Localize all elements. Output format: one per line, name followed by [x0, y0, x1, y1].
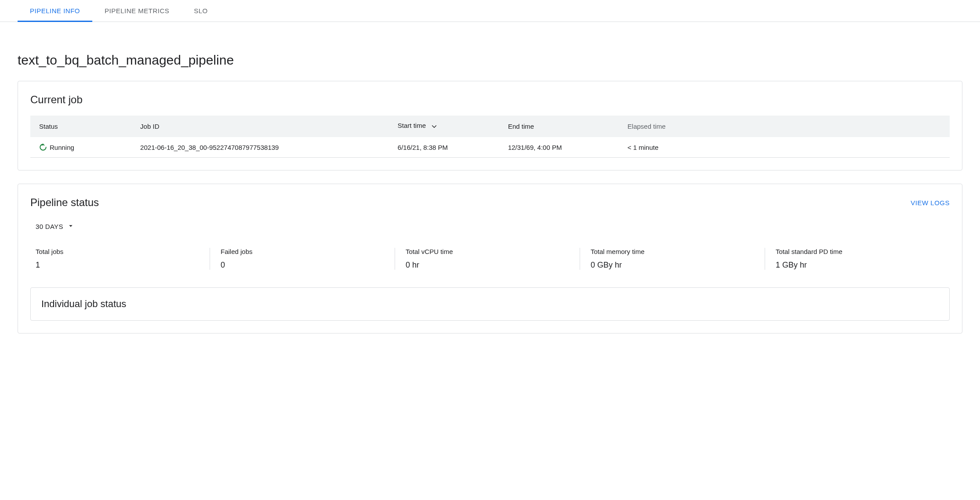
stat-value: 0 hr	[406, 261, 569, 270]
tab-slo[interactable]: SLO	[181, 0, 220, 22]
th-elapsed-time[interactable]: Elapsed time	[619, 116, 950, 137]
stat-label: Total standard PD time	[776, 248, 939, 255]
pipeline-status-title: Pipeline status	[30, 196, 99, 209]
th-start-time-label: Start time	[398, 122, 426, 129]
tabs-bar: PIPELINE INFO PIPELINE METRICS SLO	[0, 0, 980, 22]
stat-label: Total memory time	[591, 248, 754, 255]
stat-label: Failed jobs	[221, 248, 384, 255]
table-header-row: Status Job ID Start time End time Elapse…	[30, 116, 950, 137]
th-job-id[interactable]: Job ID	[131, 116, 389, 137]
individual-job-status-title: Individual job status	[41, 298, 939, 310]
running-icon	[39, 143, 47, 151]
pipeline-status-card: Pipeline status VIEW LOGS 30 DAYS Total …	[18, 184, 962, 333]
stat-total-vcpu: Total vCPU time 0 hr	[395, 248, 580, 270]
content-area: text_to_bq_batch_managed_pipeline Curren…	[0, 53, 980, 333]
stat-failed-jobs: Failed jobs 0	[210, 248, 395, 270]
current-job-title: Current job	[30, 94, 950, 106]
cell-start-time: 6/16/21, 8:38 PM	[389, 137, 499, 158]
tab-pipeline-info[interactable]: PIPELINE INFO	[18, 0, 92, 22]
stat-total-memory: Total memory time 0 GBy hr	[580, 248, 765, 270]
stat-total-jobs: Total jobs 1	[30, 248, 210, 270]
cell-elapsed-time: < 1 minute	[619, 137, 950, 158]
stat-value: 1	[36, 261, 199, 270]
th-status[interactable]: Status	[30, 116, 131, 137]
th-start-time[interactable]: Start time	[389, 116, 499, 137]
date-range-selector[interactable]: 30 DAYS	[30, 218, 80, 235]
tab-pipeline-metrics[interactable]: PIPELINE METRICS	[92, 0, 181, 22]
stat-total-pd: Total standard PD time 1 GBy hr	[765, 248, 950, 270]
sort-arrow-down-icon	[430, 122, 438, 131]
stat-value: 0	[221, 261, 384, 270]
current-job-table: Status Job ID Start time End time Elapse…	[30, 116, 950, 158]
individual-job-status-card: Individual job status	[30, 287, 950, 321]
stats-row: Total jobs 1 Failed jobs 0 Total vCPU ti…	[30, 248, 950, 270]
cell-job-id: 2021-06-16_20_38_00-9522747087977538139	[131, 137, 389, 158]
page-title: text_to_bq_batch_managed_pipeline	[18, 53, 962, 68]
cell-end-time: 12/31/69, 4:00 PM	[499, 137, 619, 158]
table-row[interactable]: Running 2021-06-16_20_38_00-952274708797…	[30, 137, 950, 158]
cell-status-text: Running	[50, 144, 74, 151]
stat-label: Total vCPU time	[406, 248, 569, 255]
view-logs-button[interactable]: VIEW LOGS	[911, 199, 950, 207]
stat-value: 1 GBy hr	[776, 261, 939, 270]
stat-label: Total jobs	[36, 248, 199, 255]
cell-status: Running	[30, 137, 131, 158]
chevron-down-icon	[67, 222, 75, 231]
date-range-label: 30 DAYS	[36, 223, 63, 230]
th-end-time[interactable]: End time	[499, 116, 619, 137]
current-job-card: Current job Status Job ID Start time End…	[18, 81, 962, 170]
stat-value: 0 GBy hr	[591, 261, 754, 270]
